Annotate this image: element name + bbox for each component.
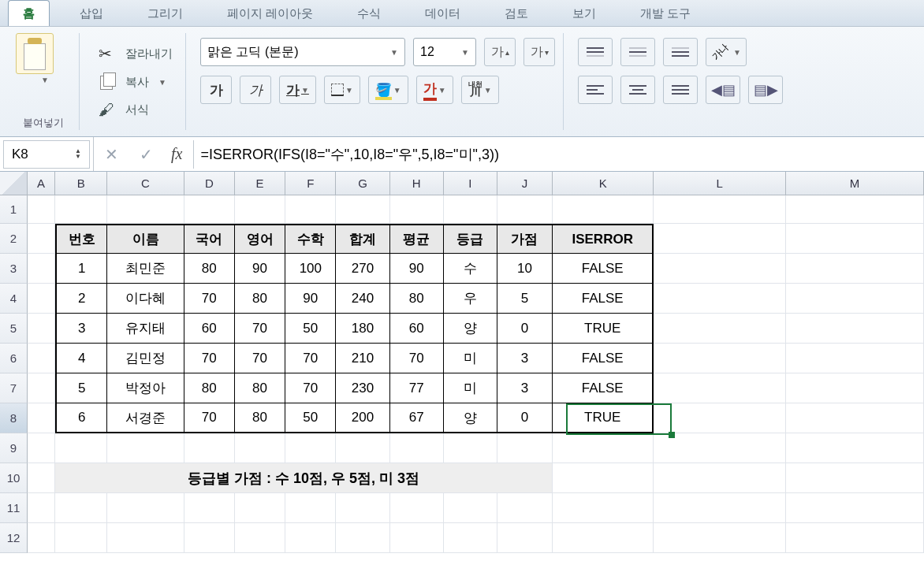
cell[interactable]: 1 (55, 254, 107, 284)
font-size-dropdown[interactable]: 12 ▼ (413, 38, 476, 66)
cell[interactable]: 90 (285, 284, 336, 314)
cell[interactable] (654, 463, 785, 493)
cell[interactable]: 70 (390, 344, 444, 373)
cell[interactable] (28, 224, 55, 254)
row-header-11[interactable]: 11 (0, 493, 28, 523)
cell[interactable] (553, 433, 654, 463)
cell[interactable]: 180 (336, 314, 389, 344)
formula-input[interactable] (193, 140, 924, 169)
cell[interactable] (786, 195, 924, 224)
cell[interactable] (786, 523, 924, 553)
ribbon-tab-home[interactable]: 홈 (8, 0, 50, 26)
cell[interactable]: 수학 (285, 224, 336, 254)
cell[interactable] (285, 433, 336, 463)
cell[interactable] (336, 493, 389, 523)
cell[interactable]: ISERROR (553, 224, 654, 254)
row-header-5[interactable]: 5 (0, 314, 28, 344)
cell[interactable] (28, 254, 55, 284)
cell[interactable]: 양 (444, 403, 497, 433)
cell[interactable] (55, 493, 107, 523)
cell[interactable] (28, 523, 55, 553)
row-header-12[interactable]: 12 (0, 523, 28, 553)
cell[interactable]: 김민정 (107, 344, 184, 373)
copy-button[interactable]: 복사 ▼ (94, 72, 177, 91)
decrease-font-size-button[interactable]: 가▾ (523, 38, 555, 66)
cell[interactable] (786, 284, 924, 314)
cell[interactable] (654, 314, 785, 344)
cell[interactable]: 영어 (235, 224, 285, 254)
cell[interactable] (336, 433, 389, 463)
cell[interactable] (444, 195, 497, 224)
cell[interactable]: 230 (336, 373, 389, 403)
cell[interactable] (28, 403, 55, 433)
cell[interactable]: 가점 (497, 224, 553, 254)
cell[interactable]: 2 (55, 284, 107, 314)
col-header-K[interactable]: K (553, 172, 654, 195)
cell[interactable]: 5 (497, 284, 553, 314)
row-header-6[interactable]: 6 (0, 344, 28, 373)
cell[interactable] (654, 373, 785, 403)
cell[interactable]: 70 (235, 314, 285, 344)
cell[interactable]: 60 (390, 314, 444, 344)
col-header-M[interactable]: M (786, 172, 924, 195)
cell[interactable]: 70 (184, 344, 235, 373)
col-header-B[interactable]: B (55, 172, 107, 195)
cell[interactable] (786, 403, 924, 433)
cell[interactable] (553, 523, 654, 553)
cell[interactable] (654, 284, 785, 314)
row-header-9[interactable]: 9 (0, 433, 28, 463)
cell[interactable] (390, 493, 444, 523)
cell[interactable] (55, 195, 107, 224)
name-box[interactable]: K8 ▲▼ (3, 140, 90, 169)
cell[interactable] (444, 493, 497, 523)
col-header-H[interactable]: H (390, 172, 444, 195)
cell[interactable] (235, 195, 285, 224)
col-header-L[interactable]: L (654, 172, 785, 195)
cell[interactable] (786, 344, 924, 373)
cell[interactable]: 합계 (336, 224, 389, 254)
cell[interactable]: 국어 (184, 224, 235, 254)
increase-indent-button[interactable]: ▤▶ (748, 76, 783, 104)
cell[interactable] (786, 493, 924, 523)
cell[interactable]: 90 (390, 254, 444, 284)
fill-color-button[interactable]: 🪣 ▼ (368, 76, 408, 104)
cell[interactable]: FALSE (553, 254, 654, 284)
cut-button[interactable]: ✂ 잘라내기 (94, 43, 177, 65)
cell[interactable] (497, 433, 553, 463)
grid-body[interactable]: 1 2 번호 이름 국어 영어 수학 합계 평균 등급 (0, 195, 924, 553)
cell[interactable] (184, 433, 235, 463)
cell[interactable]: 3 (497, 344, 553, 373)
row-header-8[interactable]: 8 (0, 403, 28, 433)
ribbon-tab-draw[interactable]: 그리기 (133, 1, 197, 26)
cell[interactable] (786, 433, 924, 463)
cell[interactable] (28, 373, 55, 403)
decrease-indent-button[interactable]: ◀▤ (706, 76, 740, 104)
align-bottom-button[interactable] (663, 38, 698, 66)
cell[interactable] (553, 463, 654, 493)
cell[interactable] (786, 254, 924, 284)
col-header-E[interactable]: E (235, 172, 285, 195)
col-header-I[interactable]: I (444, 172, 497, 195)
cell[interactable] (107, 493, 184, 523)
phonetic-guide-button[interactable]: 내천 川 ▼ (461, 76, 499, 104)
align-top-button[interactable] (578, 38, 613, 66)
border-button[interactable]: ▼ (324, 76, 360, 104)
cell[interactable]: 6 (55, 403, 107, 433)
cell[interactable]: 5 (55, 373, 107, 403)
row-header-10[interactable]: 10 (0, 463, 28, 493)
row-header-7[interactable]: 7 (0, 373, 28, 403)
bold-button[interactable]: 가 (200, 76, 232, 104)
row-header-1[interactable]: 1 (0, 195, 28, 224)
align-middle-button[interactable] (620, 38, 655, 66)
cell[interactable]: 미 (444, 344, 497, 373)
cell[interactable]: 50 (285, 403, 336, 433)
cell[interactable]: 210 (336, 344, 389, 373)
cell[interactable] (28, 344, 55, 373)
ribbon-tab-developer[interactable]: 개발 도구 (626, 1, 705, 26)
cell[interactable]: 70 (184, 284, 235, 314)
cell[interactable]: 양 (444, 314, 497, 344)
cell[interactable]: 70 (285, 373, 336, 403)
cell[interactable]: 3 (55, 314, 107, 344)
fill-handle[interactable] (669, 432, 675, 438)
cell[interactable]: TRUE (553, 314, 654, 344)
